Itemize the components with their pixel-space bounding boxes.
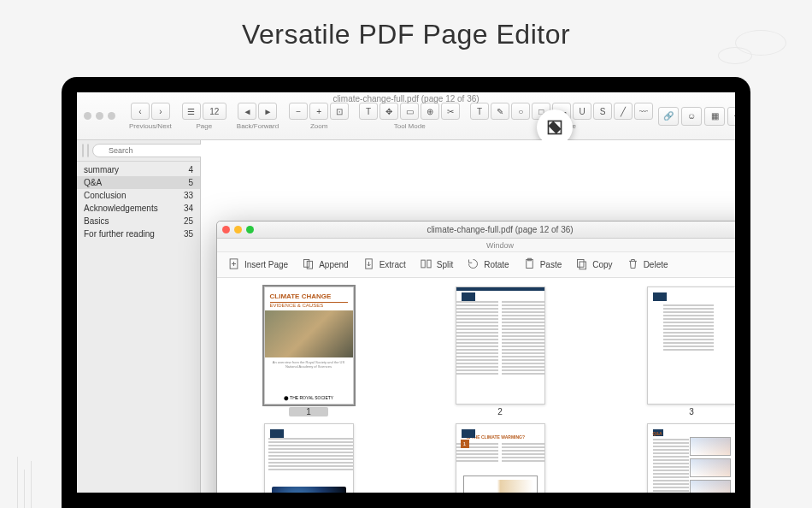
strike-note-button[interactable]: S <box>593 103 612 120</box>
monitor-frame: climate-change-full.pdf (page 12 of 36) … <box>62 77 750 508</box>
svg-rect-8 <box>427 260 431 268</box>
page-thumb-2[interactable]: 2 <box>426 286 574 416</box>
page-thumb-6[interactable]: Q&A6 <box>617 423 735 493</box>
decorative-cloud <box>718 47 752 64</box>
window-title: climate-change-full.pdf (page 12 of 36) <box>77 94 735 103</box>
prev-page-button[interactable]: ‹ <box>131 103 150 120</box>
toc-item[interactable]: summary4 <box>77 163 200 176</box>
select-tool-button[interactable]: ▭ <box>400 103 419 120</box>
paste-icon <box>523 257 536 272</box>
toc-item[interactable]: Acknowledgements34 <box>77 202 200 215</box>
insert-icon <box>227 257 240 272</box>
outline-view-button[interactable] <box>82 144 84 157</box>
modal-window-controls[interactable] <box>222 226 254 233</box>
thumb-number: 1 <box>289 407 328 416</box>
zoom-out-button[interactable]: − <box>289 103 308 120</box>
svg-rect-4 <box>304 260 309 268</box>
user-button[interactable]: ☺ <box>681 107 702 126</box>
search-input[interactable] <box>92 144 210 157</box>
rotate-button[interactable]: Rotate <box>467 257 509 272</box>
modal-titlebar[interactable]: climate-change-full.pdf (page 12 of 36) <box>217 222 735 239</box>
append-icon <box>302 257 315 272</box>
extract-icon <box>362 257 375 272</box>
thumb-view-button[interactable] <box>87 144 89 157</box>
sidebar-toggle-button[interactable]: ☰ <box>182 103 201 120</box>
magnify-tool-button[interactable]: ⊕ <box>421 103 439 120</box>
thumb-preview: CLIMATE CHANGEEVIDENCE & CAUSESAn overvi… <box>264 286 354 405</box>
close-icon[interactable] <box>222 226 230 233</box>
thumb-number: 3 <box>689 407 694 416</box>
page-title: Versatile PDF Page Editor <box>0 0 812 64</box>
delete-icon <box>627 257 639 272</box>
toolbar-right: 🔗 ☺ ▦ ⋯ ⬒ ⇪ ▶ ⓘ <box>658 107 735 126</box>
more-button[interactable]: ⋯ <box>727 107 735 126</box>
text-note-button[interactable]: T <box>470 103 489 120</box>
rotate-icon <box>467 257 480 272</box>
decorative-grass <box>24 470 25 508</box>
app-window: climate-change-full.pdf (page 12 of 36) … <box>77 92 735 493</box>
split-button[interactable]: Split <box>420 257 453 272</box>
toc-item[interactable]: Q&A5 <box>77 176 200 189</box>
svg-rect-5 <box>307 261 312 269</box>
thumb-preview: 1IS THE CLIMATE WARMING? <box>456 423 545 493</box>
delete-button[interactable]: Delete <box>627 257 668 272</box>
modal-subtitle: Window <box>217 239 735 252</box>
line-note-button[interactable]: ╱ <box>614 103 633 120</box>
anchor-note-button[interactable]: ✎ <box>491 103 509 120</box>
page-editor-window: climate-change-full.pdf (page 12 of 36) … <box>216 221 735 493</box>
modal-title: climate-change-full.pdf (page 12 of 36) <box>217 222 735 239</box>
forward-button[interactable]: ► <box>258 103 277 120</box>
zoom-fit-button[interactable]: ⊡ <box>330 103 349 120</box>
insert-button[interactable]: Insert Page <box>227 257 288 272</box>
zoom-icon[interactable] <box>246 226 254 233</box>
thumb-preview <box>647 286 736 405</box>
link-button[interactable]: 🔗 <box>658 107 679 126</box>
back-button[interactable]: ◄ <box>238 103 256 120</box>
toc-item[interactable]: Basics25 <box>77 215 200 227</box>
extract-button[interactable]: Extract <box>362 257 406 272</box>
decorative-grass <box>17 457 18 508</box>
append-button[interactable]: Append <box>302 257 348 272</box>
copy-button[interactable]: Copy <box>575 257 612 272</box>
back-forward-group: ◄ ► Back/Forward <box>237 102 279 130</box>
svg-rect-7 <box>421 260 425 268</box>
toc-item[interactable]: Conclusion33 <box>77 189 200 202</box>
next-page-button[interactable]: › <box>151 103 170 120</box>
page-thumbnails: CLIMATE CHANGEEVIDENCE & CAUSESAn overvi… <box>217 278 735 493</box>
page-thumb-4[interactable]: 4 <box>234 423 383 493</box>
page-thumb-1[interactable]: CLIMATE CHANGEEVIDENCE & CAUSESAn overvi… <box>234 286 383 416</box>
move-tool-button[interactable]: ✥ <box>380 103 398 120</box>
minimize-icon[interactable] <box>234 226 242 233</box>
tool-mode-group: T ✥ ▭ ⊕ ✂ Tool Mode <box>359 102 460 130</box>
thumb-preview <box>264 423 354 493</box>
underline-note-button[interactable]: U <box>573 103 591 120</box>
text-tool-button[interactable]: T <box>359 103 378 120</box>
svg-rect-11 <box>578 260 585 268</box>
page-thumb-3[interactable]: 3 <box>617 286 735 416</box>
zoom-in-button[interactable]: + <box>309 103 328 120</box>
grid-button[interactable]: ▦ <box>704 107 725 126</box>
thumb-preview: Q&A <box>647 423 736 493</box>
prev-next-group: ‹ › Previous/Next <box>129 102 172 130</box>
page-group: ☰ 12 Page <box>182 102 227 130</box>
thumb-number: 2 <box>497 407 503 416</box>
snapshot-tool-button[interactable]: ✂ <box>441 103 460 120</box>
page-number-input[interactable]: 12 <box>203 103 227 120</box>
thumb-preview <box>456 286 545 405</box>
sidebar: summary4Q&A5Conclusion33Acknowledgements… <box>77 140 201 493</box>
outline-list: summary4Q&A5Conclusion33Acknowledgements… <box>77 162 200 242</box>
circle-note-button[interactable]: ○ <box>511 103 530 120</box>
zoom-group: − + ⊡ Zoom <box>289 102 349 130</box>
toc-item[interactable]: For further reading35 <box>77 227 200 240</box>
svg-rect-12 <box>580 262 586 269</box>
decorative-grass <box>31 461 32 508</box>
copy-icon <box>575 257 588 272</box>
page-editor-toolbar: Insert PageAppendExtractSplitRotatePaste… <box>217 252 735 278</box>
window-controls[interactable] <box>84 112 115 120</box>
ink-note-button[interactable]: 〰 <box>634 103 653 120</box>
page-thumb-5[interactable]: 1IS THE CLIMATE WARMING?5 <box>426 423 574 493</box>
split-icon <box>420 257 432 272</box>
paste-button[interactable]: Paste <box>523 257 562 272</box>
